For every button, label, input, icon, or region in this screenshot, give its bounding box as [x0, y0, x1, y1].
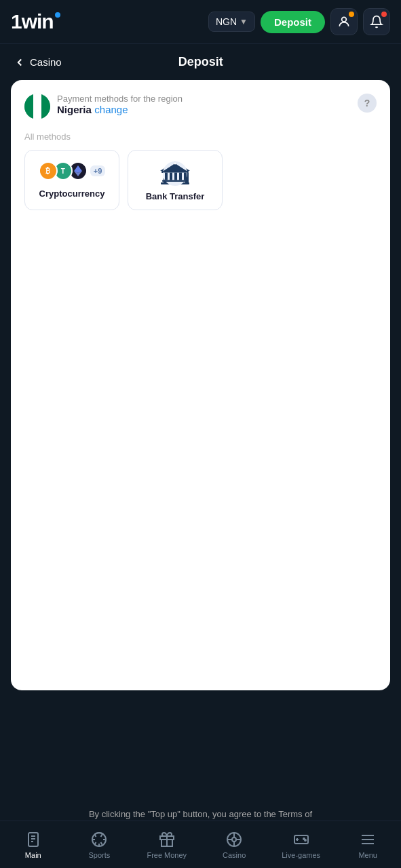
region-info: Payment methods for the region Nigeria c…	[24, 94, 183, 119]
crypto-plus-badge: +9	[90, 165, 106, 176]
chevron-down-icon: ▼	[240, 17, 248, 26]
svg-rect-4	[24, 94, 33, 119]
region-name-row: Nigeria change	[57, 104, 183, 116]
nav-free-money-label: Free Money	[147, 851, 187, 859]
nav-sports-label: Sports	[88, 851, 110, 859]
back-label: Casino	[30, 56, 62, 68]
svg-rect-23	[184, 173, 187, 180]
bank-transfer-label: Bank Transfer	[146, 191, 205, 201]
logo: 1win	[11, 10, 60, 33]
nav-menu-label: Menu	[358, 851, 377, 859]
svg-rect-22	[179, 173, 182, 180]
bottom-nav: Main Sports Free Money	[0, 821, 401, 868]
cryptocurrency-label: Cryptocurrency	[39, 189, 105, 199]
back-button[interactable]: Casino	[14, 56, 62, 68]
sports-icon	[90, 831, 108, 848]
page-title: Deposit	[62, 55, 340, 69]
notifications-button[interactable]	[363, 8, 390, 35]
main-card: Payment methods for the region Nigeria c…	[11, 80, 390, 690]
region-row: Payment methods for the region Nigeria c…	[24, 94, 377, 119]
currency-label: NGN	[216, 16, 237, 27]
nav-main[interactable]: Main	[14, 831, 52, 859]
payment-methods-grid: ₿ T +9 Cryptocurrency	[24, 150, 377, 210]
crypto-icons: ₿ T +9	[39, 159, 106, 183]
bank-icon	[157, 159, 193, 186]
free-money-icon	[158, 831, 176, 848]
header-right: NGN ▼ Deposit	[208, 8, 390, 35]
svg-point-33	[232, 837, 236, 842]
svg-point-0	[342, 17, 347, 22]
svg-point-18	[174, 163, 176, 165]
user-button[interactable]	[330, 8, 358, 35]
bank-transfer-method[interactable]: Bank Transfer	[128, 150, 223, 210]
page-header: Casino Deposit	[0, 44, 401, 80]
help-button[interactable]: ?	[358, 94, 377, 113]
nav-free-money[interactable]: Free Money	[147, 831, 187, 859]
all-methods-label: All methods	[24, 132, 377, 142]
nav-sports[interactable]: Sports	[81, 831, 118, 859]
logo-dot	[55, 12, 60, 18]
nav-main-label: Main	[25, 851, 41, 859]
user-notification-dot	[349, 12, 354, 17]
svg-rect-19	[165, 173, 168, 180]
live-games-icon	[292, 831, 310, 848]
nigeria-flag-icon	[24, 94, 50, 119]
svg-rect-24	[162, 180, 188, 182]
terms-text: By clicking the "Top up" button, you agr…	[89, 809, 312, 819]
svg-rect-21	[174, 173, 177, 180]
menu-icon	[359, 831, 377, 848]
cryptocurrency-method[interactable]: ₿ T +9 Cryptocurrency	[24, 150, 119, 210]
svg-point-40	[305, 840, 306, 841]
header: 1win NGN ▼ Deposit	[0, 0, 401, 44]
svg-rect-5	[41, 94, 50, 119]
change-region-button[interactable]: change	[94, 104, 128, 115]
bitcoin-icon: ₿	[39, 161, 58, 180]
nav-live-games[interactable]: Live-games	[282, 831, 320, 859]
svg-rect-16	[163, 171, 187, 173]
main-icon	[24, 831, 42, 848]
nav-casino[interactable]: Casino	[216, 831, 253, 859]
currency-selector[interactable]: NGN ▼	[208, 12, 255, 32]
deposit-button[interactable]: Deposit	[261, 11, 325, 33]
nav-casino-label: Casino	[223, 851, 246, 859]
casino-icon	[225, 831, 243, 848]
svg-rect-20	[170, 173, 172, 180]
bell-notification-dot	[381, 12, 387, 17]
region-label: Payment methods for the region	[57, 94, 183, 104]
nav-menu[interactable]: Menu	[349, 831, 387, 859]
nav-live-games-label: Live-games	[282, 851, 320, 859]
region-text: Payment methods for the region Nigeria c…	[57, 94, 183, 116]
region-name: Nigeria	[57, 104, 92, 115]
